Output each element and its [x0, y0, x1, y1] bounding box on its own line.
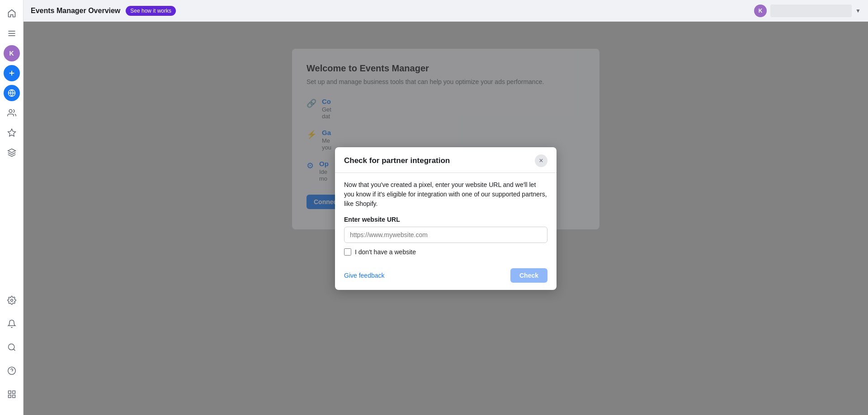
- svg-rect-15: [12, 391, 15, 394]
- sidebar-bell-icon[interactable]: [4, 316, 20, 332]
- svg-rect-16: [12, 395, 15, 398]
- sidebar-search-icon[interactable]: [4, 339, 20, 355]
- topbar-dropdown[interactable]: [770, 5, 852, 17]
- sidebar-help-icon[interactable]: [4, 363, 20, 379]
- no-website-label: I don't have a website: [355, 248, 416, 256]
- modal-body: Now that you've created a pixel, enter y…: [335, 173, 557, 263]
- svg-rect-17: [8, 395, 11, 398]
- sidebar-bottom: [4, 292, 20, 411]
- content-area: Welcome to Events Manager Set up and man…: [24, 22, 868, 415]
- topbar-avatar: K: [754, 5, 767, 17]
- see-how-button[interactable]: See how it works: [126, 6, 176, 16]
- svg-rect-14: [8, 391, 11, 394]
- sidebar-add-icon[interactable]: [4, 65, 20, 81]
- sidebar-pages-icon[interactable]: [4, 386, 20, 402]
- svg-point-13: [8, 367, 15, 375]
- sidebar-people-icon[interactable]: [4, 105, 20, 121]
- sidebar-item-home[interactable]: [4, 5, 20, 22]
- sidebar-globe-icon[interactable]: [4, 85, 20, 101]
- svg-marker-9: [8, 149, 15, 153]
- sidebar-menu-icon[interactable]: [4, 25, 20, 42]
- check-button[interactable]: Check: [510, 268, 547, 283]
- give-feedback-link[interactable]: Give feedback: [344, 272, 385, 279]
- svg-marker-8: [8, 129, 15, 136]
- sidebar-settings-icon[interactable]: [4, 292, 20, 308]
- modal-title: Check for partner integration: [344, 156, 450, 165]
- sidebar-avatar[interactable]: K: [4, 45, 20, 61]
- sidebar-layers-icon[interactable]: [4, 145, 20, 161]
- modal-description: Now that you've created a pixel, enter y…: [344, 180, 547, 209]
- modal-overlay: Check for partner integration × Now that…: [24, 22, 868, 415]
- sidebar: K: [0, 0, 24, 415]
- url-label: Enter website URL: [344, 216, 547, 223]
- svg-line-12: [13, 349, 15, 351]
- svg-point-7: [9, 110, 12, 113]
- sidebar-star-icon[interactable]: [4, 125, 20, 141]
- topbar-right: K ▼: [754, 5, 861, 17]
- no-website-checkbox[interactable]: [344, 248, 351, 256]
- modal-close-button[interactable]: ×: [535, 154, 547, 167]
- topbar: Events Manager Overview See how it works…: [24, 0, 868, 22]
- topbar-chevron-icon[interactable]: ▼: [855, 8, 861, 14]
- modal-dialog: Check for partner integration × Now that…: [335, 147, 557, 290]
- svg-point-11: [8, 344, 14, 350]
- main-area: Events Manager Overview See how it works…: [24, 0, 868, 415]
- website-url-input[interactable]: [344, 227, 547, 243]
- no-website-row: I don't have a website: [344, 248, 547, 256]
- svg-point-10: [10, 299, 13, 302]
- modal-header: Check for partner integration ×: [335, 147, 557, 173]
- page-title: Events Manager Overview: [31, 7, 120, 15]
- modal-footer: Give feedback Check: [335, 263, 557, 290]
